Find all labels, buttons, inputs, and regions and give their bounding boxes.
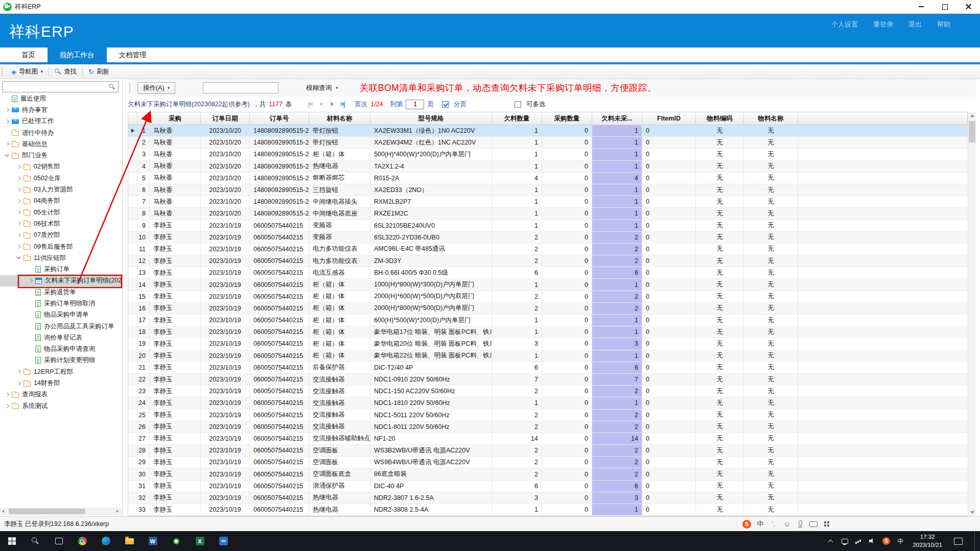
column-header[interactable]: 订单号 <box>250 112 309 125</box>
sidebar-item[interactable]: 采购退货单 <box>0 286 122 298</box>
network-icon[interactable] <box>855 538 862 545</box>
keyboard-icon[interactable] <box>809 520 818 528</box>
chevron-right-icon[interactable] <box>4 400 11 412</box>
chrome-taskbar-button[interactable] <box>71 531 94 551</box>
scroll-down-icon[interactable] <box>968 508 976 516</box>
table-row[interactable]: 31李静玉2023/10/1906005075440215浪涌保护器DIC-40… <box>128 481 968 492</box>
table-row[interactable]: 25李静玉2023/10/1906005075440215交流接触器NDC1-5… <box>128 410 968 421</box>
header-link-0[interactable]: 个人设置 <box>831 20 858 29</box>
fuzzy-query-dropdown[interactable]: 模糊查询▾ <box>306 84 338 92</box>
sidebar-item[interactable]: 物品采购申请单 <box>0 309 122 321</box>
sidebar-item[interactable]: 待办事宜 <box>0 104 122 115</box>
sidebar-item[interactable]: 12ERP工程部 <box>0 366 122 377</box>
first-page-button[interactable]: |< <box>308 101 312 108</box>
table-row[interactable]: 19李静玉2023/10/1906005075440215柜（箱）体豪华电箱20… <box>128 338 968 350</box>
excel-taskbar-button[interactable] <box>188 531 212 551</box>
chevron-right-icon[interactable] <box>28 275 34 286</box>
search-icon[interactable] <box>109 84 115 90</box>
sidebar-item[interactable]: 欠料未下采购订单明细(202 <box>0 275 122 286</box>
taskbar-clock[interactable]: 17:32 2023/10/21 <box>913 533 942 549</box>
sidebar-item[interactable]: 系统测试 <box>0 400 122 412</box>
sidebar-item[interactable]: 06技术部 <box>0 218 122 229</box>
file-explorer-taskbar-button[interactable] <box>118 531 141 551</box>
sidebar-search-input[interactable] <box>3 82 109 91</box>
table-row[interactable]: 11李静玉2023/10/1906005075440215电力多功能仪表AMC9… <box>128 244 968 255</box>
chevron-right-icon[interactable] <box>4 104 11 115</box>
goto-page-input[interactable] <box>406 100 424 109</box>
column-header[interactable]: 欠料未采... <box>592 112 642 125</box>
sidebar-item[interactable]: 部门业务 <box>0 150 122 161</box>
sogou-icon[interactable]: S <box>742 520 751 529</box>
table-row[interactable]: 20李静玉2023/10/1906005075440215柜（箱）体豪华电箱22… <box>128 350 968 362</box>
sidebar-item[interactable]: 询价单登记表 <box>0 332 122 343</box>
sidebar-item[interactable]: 办公用品及工具采购订单 <box>0 321 122 332</box>
table-row[interactable]: 17李静玉2023/10/1906005075440215柜（箱）体600(H)… <box>128 315 968 326</box>
sidebar-item[interactable]: 已处理工作 <box>0 116 122 127</box>
refresh-button[interactable]: ↻ 刷新 <box>84 65 114 78</box>
sidebar-item[interactable]: 最近使用 <box>0 93 122 104</box>
notification-icon[interactable] <box>954 538 963 545</box>
chevron-right-icon[interactable] <box>16 173 22 184</box>
monitor-icon[interactable] <box>841 538 848 545</box>
table-row[interactable]: 15李静玉2023/10/1906005075440215柜（箱）体2000(H… <box>128 291 968 303</box>
chevron-down-icon[interactable] <box>4 150 11 161</box>
edge-taskbar-button[interactable] <box>94 531 118 551</box>
start-taskbar-button[interactable] <box>0 531 24 551</box>
volume-icon[interactable] <box>869 538 876 545</box>
mic-icon[interactable] <box>796 520 804 528</box>
sidebar-item[interactable]: 查询报表 <box>0 389 122 400</box>
sidebar-horizontal-scrollbar[interactable] <box>0 508 122 515</box>
tab-我的工作台[interactable]: 我的工作台 <box>48 47 107 62</box>
sidebar-item[interactable]: 采购计划变更明细 <box>0 355 122 366</box>
erp-green-taskbar-button[interactable] <box>165 531 188 551</box>
scrollbar-thumb[interactable] <box>9 509 85 514</box>
table-row[interactable]: 18李静玉2023/10/1906005075440215柜（箱）体豪华电箱17… <box>128 326 968 338</box>
table-row[interactable]: 16李静玉2023/10/1906005075440215柜（箱）体2000(H… <box>128 303 968 315</box>
sidebar-item[interactable]: 02销售部 <box>0 161 122 173</box>
table-row[interactable]: 21李静玉2023/10/1906005075440215后备保护器DIC-T2… <box>128 362 968 374</box>
table-row[interactable]: 6马秋香2023/10/2014808092890515-2三挡旋钮XA2ED3… <box>128 184 968 196</box>
header-link-3[interactable]: 帮助 <box>937 20 950 29</box>
table-row[interactable]: 30李静玉2023/10/1906005075440215空调面板底盒86底盒暗… <box>128 468 968 480</box>
sidebar-item[interactable]: 05生计部 <box>0 207 122 218</box>
fuzzy-query-input[interactable] <box>203 82 278 93</box>
sidebar-item[interactable]: 物品采购申请查询 <box>0 344 122 355</box>
search-taskbar-button[interactable] <box>24 531 47 551</box>
header-link-1[interactable]: 重登录 <box>873 20 893 29</box>
tab-首页[interactable]: 首页 <box>9 47 48 62</box>
table-row[interactable]: 9李静玉2023/10/1906005075440215变频器6SL32105B… <box>128 220 968 232</box>
sidebar-item[interactable]: 04商务部 <box>0 196 122 207</box>
table-row[interactable]: 1马秋香2023/10/2014808092890515-2带灯按钮XA2EW3… <box>128 125 968 137</box>
paging-checkbox[interactable] <box>442 101 449 108</box>
table-row[interactable]: 5马秋香2023/10/2014808092890515-2熔断器熔芯R015-… <box>128 173 968 184</box>
prev-page-button[interactable]: < <box>320 101 323 108</box>
tab-文档管理[interactable]: 文档管理 <box>107 47 159 62</box>
chevron-right-icon[interactable] <box>4 116 11 127</box>
table-row[interactable]: 23李静玉2023/10/1906005075440215交流接触器NDC1-1… <box>128 386 968 397</box>
table-row[interactable]: 3马秋香2023/10/2014808092890515-2柜（箱）体500(H… <box>128 149 968 160</box>
column-header[interactable]: 订单日期 <box>201 112 250 125</box>
chevron-right-icon[interactable] <box>16 207 22 218</box>
maximize-button[interactable] <box>933 0 956 13</box>
multi-select-checkbox[interactable] <box>515 101 521 108</box>
chevron-right-icon[interactable] <box>16 218 22 229</box>
column-header[interactable]: 欠料数量 <box>492 112 542 125</box>
nav-map-button[interactable]: ◈ 导航图▾ <box>7 65 48 78</box>
last-page-button[interactable]: >| <box>340 101 344 108</box>
table-row[interactable]: 27李静玉2023/10/1906005075440215交流接触器辅助触点NF… <box>128 433 968 445</box>
ime-cn-icon[interactable] <box>897 538 904 545</box>
column-header[interactable]: 采购 <box>150 112 201 125</box>
operate-button[interactable]: 操作(A)▾ <box>137 82 175 94</box>
sidebar-item[interactable]: 03人力资源部 <box>0 184 122 195</box>
chevron-right-icon[interactable] <box>4 138 11 150</box>
sidebar-item[interactable]: 0502仓库 <box>0 173 122 184</box>
tray-expand-icon[interactable] <box>827 538 834 545</box>
table-row[interactable]: 14李静玉2023/10/1906005075440215柜（箱）体1000(H… <box>128 279 968 291</box>
table-row[interactable]: 12李静玉2023/10/1906005075440215电力多功能仪表ZM-3… <box>128 255 968 267</box>
chevron-right-icon[interactable] <box>4 389 11 400</box>
sogou-icon[interactable] <box>882 537 890 545</box>
table-row[interactable]: 4马秋香2023/10/2014808092890515-2热继电器TA2X1.… <box>128 161 968 173</box>
column-header[interactable]: 型号规格 <box>370 112 492 125</box>
scroll-right-icon[interactable] <box>114 508 122 515</box>
close-button[interactable] <box>956 0 980 13</box>
